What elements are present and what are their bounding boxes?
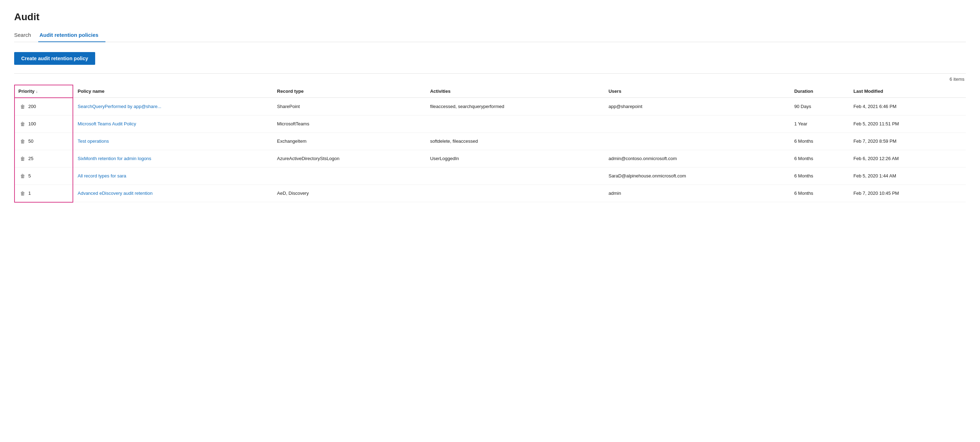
- table-header-row: Priority ↓ Policy name Record type Activ…: [14, 85, 966, 98]
- col-header-policy-name: Policy name: [73, 85, 273, 98]
- users-cell: admin@contoso.onmicrosoft.com: [604, 150, 790, 167]
- last-modified-cell: Feb 5, 2020 1:44 AM: [849, 167, 966, 185]
- items-count: 6 items: [14, 77, 966, 82]
- table-row: 🗑 5 All record types for saraSaraD@alpin…: [14, 167, 966, 185]
- last-modified-cell: Feb 4, 2021 6:46 PM: [849, 98, 966, 115]
- users-cell: SaraD@alpinehouse.onmicrosoft.com: [604, 167, 790, 185]
- priority-value: 5: [28, 173, 31, 179]
- last-modified-cell: Feb 7, 2020 8:59 PM: [849, 132, 966, 150]
- delete-icon[interactable]: 🗑: [19, 103, 26, 110]
- col-header-priority[interactable]: Priority ↓: [14, 85, 73, 98]
- activities-cell: [426, 115, 604, 132]
- divider: [14, 73, 966, 74]
- record-type-cell: AzureActiveDirectoryStsLogon: [273, 150, 426, 167]
- delete-icon[interactable]: 🗑: [19, 190, 26, 197]
- priority-cell: 🗑 25: [14, 150, 73, 167]
- users-cell: [604, 132, 790, 150]
- record-type-cell: MicrosoftTeams: [273, 115, 426, 132]
- record-type-cell: SharePoint: [273, 98, 426, 115]
- policy-name-cell[interactable]: Test operations: [73, 132, 273, 150]
- table-row: 🗑 25 SixMonth retention for admin logons…: [14, 150, 966, 167]
- users-cell: [604, 115, 790, 132]
- duration-cell: 1 Year: [790, 115, 849, 132]
- priority-value: 25: [28, 156, 33, 161]
- users-cell: admin: [604, 185, 790, 202]
- duration-cell: 6 Months: [790, 185, 849, 202]
- activities-cell: softdelete, fileaccessed: [426, 132, 604, 150]
- priority-value: 100: [28, 121, 36, 126]
- col-header-last-modified: Last Modified: [849, 85, 966, 98]
- delete-icon[interactable]: 🗑: [19, 120, 26, 128]
- duration-cell: 6 Months: [790, 132, 849, 150]
- sort-icon: ↓: [36, 89, 38, 94]
- delete-icon[interactable]: 🗑: [19, 155, 26, 162]
- tab-search[interactable]: Search: [14, 28, 38, 42]
- duration-cell: 6 Months: [790, 167, 849, 185]
- activities-cell: [426, 185, 604, 202]
- duration-cell: 6 Months: [790, 150, 849, 167]
- table-row: 🗑 100 Microsoft Teams Audit PolicyMicros…: [14, 115, 966, 132]
- priority-cell: 🗑 50: [14, 132, 73, 150]
- col-header-duration: Duration: [790, 85, 849, 98]
- table-row: 🗑 200 SearchQueryPerformed by app@share.…: [14, 98, 966, 115]
- users-cell: app@sharepoint: [604, 98, 790, 115]
- policy-name-cell[interactable]: All record types for sara: [73, 167, 273, 185]
- priority-value: 1: [28, 190, 31, 196]
- delete-icon[interactable]: 🗑: [19, 172, 26, 180]
- table-wrapper: Priority ↓ Policy name Record type Activ…: [14, 85, 966, 203]
- activities-cell: [426, 167, 604, 185]
- policy-name-cell[interactable]: Advanced eDiscovery audit retention: [73, 185, 273, 202]
- col-header-record-type: Record type: [273, 85, 426, 98]
- tab-retention[interactable]: Audit retention policies: [38, 28, 106, 42]
- col-header-users: Users: [604, 85, 790, 98]
- delete-icon[interactable]: 🗑: [19, 138, 26, 145]
- priority-cell: 🗑 100: [14, 115, 73, 132]
- policy-name-cell[interactable]: Microsoft Teams Audit Policy: [73, 115, 273, 132]
- retention-table: Priority ↓ Policy name Record type Activ…: [14, 85, 966, 203]
- table-row: 🗑 50 Test operationsExchangeItemsoftdele…: [14, 132, 966, 150]
- page-container: Audit Search Audit retention policies Cr…: [0, 0, 980, 214]
- tab-nav: Search Audit retention policies: [14, 28, 966, 42]
- record-type-cell: ExchangeItem: [273, 132, 426, 150]
- duration-cell: 90 Days: [790, 98, 849, 115]
- priority-value: 50: [28, 139, 33, 144]
- table-row: 🗑 1 Advanced eDiscovery audit retentionA…: [14, 185, 966, 202]
- last-modified-cell: Feb 7, 2020 10:45 PM: [849, 185, 966, 202]
- page-title: Audit: [14, 11, 966, 23]
- priority-cell: 🗑 200: [14, 98, 73, 115]
- activities-cell: fileaccessed, searchqueryperformed: [426, 98, 604, 115]
- record-type-cell: [273, 167, 426, 185]
- priority-value: 200: [28, 104, 36, 109]
- priority-cell: 🗑 5: [14, 167, 73, 185]
- last-modified-cell: Feb 6, 2020 12:26 AM: [849, 150, 966, 167]
- record-type-cell: AeD, Discovery: [273, 185, 426, 202]
- policy-name-cell[interactable]: SearchQueryPerformed by app@share...: [73, 98, 273, 115]
- policy-name-cell[interactable]: SixMonth retention for admin logons: [73, 150, 273, 167]
- last-modified-cell: Feb 5, 2020 11:51 PM: [849, 115, 966, 132]
- priority-cell: 🗑 1: [14, 185, 73, 202]
- activities-cell: UserLoggedIn: [426, 150, 604, 167]
- create-policy-button[interactable]: Create audit retention policy: [14, 52, 95, 65]
- table-body: 🗑 200 SearchQueryPerformed by app@share.…: [14, 98, 966, 202]
- col-header-activities: Activities: [426, 85, 604, 98]
